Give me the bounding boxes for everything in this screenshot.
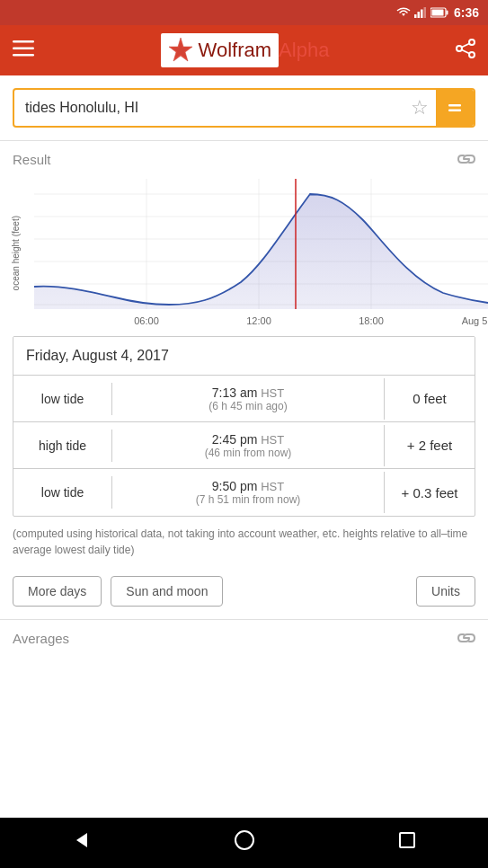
tide-tz-3: HST	[261, 480, 284, 493]
tide-relative-3: (7 h 51 min from now)	[125, 493, 371, 506]
tide-time-3: 9:50 pm HST (7 h 51 min from now)	[112, 472, 385, 513]
tide-time-1: 7:13 am HST (6 h 45 min ago)	[112, 378, 385, 420]
svg-rect-9	[13, 54, 34, 57]
search-bar: tides Honolulu, HI ☆	[13, 88, 475, 128]
svg-point-41	[235, 831, 253, 849]
svg-point-14	[469, 52, 475, 58]
buttons-row: More days Sun and moon Units	[0, 567, 488, 619]
tide-tz-2: HST	[261, 433, 284, 447]
tide-table: Friday, August 4, 2017 low tide 7:13 am …	[13, 336, 475, 517]
svg-line-15	[462, 43, 469, 47]
hamburger-icon[interactable]	[13, 39, 34, 62]
tide-height-2: + 2 feet	[385, 430, 475, 460]
svg-point-12	[469, 40, 475, 45]
result-header: Result	[0, 141, 488, 174]
tide-type-3: low tide	[13, 476, 112, 509]
tide-time-2: 2:45 pm HST (46 min from now)	[112, 425, 385, 466]
svg-rect-8	[13, 48, 34, 50]
units-button[interactable]: Units	[416, 576, 475, 607]
status-bar: 6:36	[0, 0, 488, 25]
svg-rect-3	[423, 7, 426, 18]
share-icon[interactable]	[456, 39, 475, 63]
chart-y-axis-label: ocean height (feet)	[11, 216, 21, 290]
svg-text:06:00: 06:00	[134, 315, 159, 326]
table-row: low tide 9:50 pm HST (7 h 51 min from no…	[13, 469, 475, 516]
alpha-text: Alpha	[279, 39, 329, 62]
svg-rect-0	[414, 14, 417, 18]
svg-text:Aug 5: Aug 5	[462, 315, 488, 326]
tide-type-2: high tide	[13, 430, 112, 462]
status-time: 6:36	[454, 5, 479, 20]
svg-point-13	[457, 46, 462, 51]
tide-time-value-2: 2:45 pm	[212, 432, 258, 447]
svg-rect-1	[417, 12, 420, 18]
tide-date: Friday, August 4, 2017	[26, 348, 169, 363]
back-button[interactable]	[71, 829, 93, 856]
tide-note: (computed using historical data, not tak…	[0, 517, 488, 567]
svg-rect-17	[448, 104, 461, 107]
svg-rect-42	[400, 833, 414, 847]
equals-icon	[446, 99, 464, 117]
search-input[interactable]: tides Honolulu, HI	[14, 100, 404, 116]
home-button[interactable]	[234, 829, 255, 856]
tide-height-1: 0 feet	[385, 384, 475, 413]
recent-apps-button[interactable]	[396, 829, 418, 856]
more-days-button[interactable]: More days	[13, 576, 102, 607]
averages-label: Averages	[13, 631, 69, 646]
result-label: Result	[13, 152, 51, 167]
tide-date-row: Friday, August 4, 2017	[13, 337, 475, 376]
averages-section: Averages	[0, 619, 488, 653]
bottom-nav	[0, 818, 488, 868]
note-text: (computed using historical data, not tak…	[13, 527, 467, 556]
svg-text:18:00: 18:00	[359, 315, 384, 326]
wolfram-star-icon	[166, 36, 195, 65]
tide-time-value-3: 9:50 pm	[212, 479, 258, 493]
tide-time-value-1: 7:13 am	[212, 385, 258, 400]
tide-chart: 2.0 1.5 1.0 0.5 0.0 06:00 12:00 18:00 Au	[34, 174, 488, 336]
search-button[interactable]	[436, 90, 474, 126]
favorite-star-icon[interactable]: ☆	[404, 96, 436, 120]
signal-icon	[414, 7, 427, 18]
table-row: high tide 2:45 pm HST (46 min from now) …	[13, 422, 475, 469]
search-container: tides Honolulu, HI ☆	[0, 75, 488, 140]
link-icon	[457, 154, 475, 164]
sun-moon-button[interactable]: Sun and moon	[111, 576, 223, 607]
svg-rect-2	[421, 10, 423, 19]
wifi-icon	[396, 7, 411, 18]
svg-line-16	[462, 49, 469, 53]
status-icons	[396, 7, 448, 18]
svg-rect-18	[448, 110, 461, 112]
averages-link-icon[interactable]	[457, 629, 475, 648]
battery-icon	[430, 7, 448, 18]
tide-relative-2: (46 min from now)	[125, 447, 371, 459]
svg-rect-5	[446, 11, 448, 15]
svg-rect-6	[431, 10, 443, 16]
tide-relative-1: (6 h 45 min ago)	[125, 400, 371, 412]
wolfram-alpha-logo: Wolfram Alpha	[161, 33, 330, 67]
wolfram-text: Wolfram	[199, 38, 272, 63]
svg-text:12:00: 12:00	[246, 315, 271, 326]
table-row: low tide 7:13 am HST (6 h 45 min ago) 0 …	[13, 376, 475, 422]
svg-rect-7	[13, 40, 34, 43]
tide-tz-1: HST	[261, 386, 284, 400]
top-bar: Wolfram Alpha	[0, 25, 488, 75]
result-link-icon[interactable]	[457, 150, 475, 169]
svg-marker-40	[76, 833, 87, 847]
link-icon-2	[457, 633, 475, 643]
tide-type-1: low tide	[13, 383, 112, 415]
tide-height-3: + 0.3 feet	[385, 478, 475, 508]
